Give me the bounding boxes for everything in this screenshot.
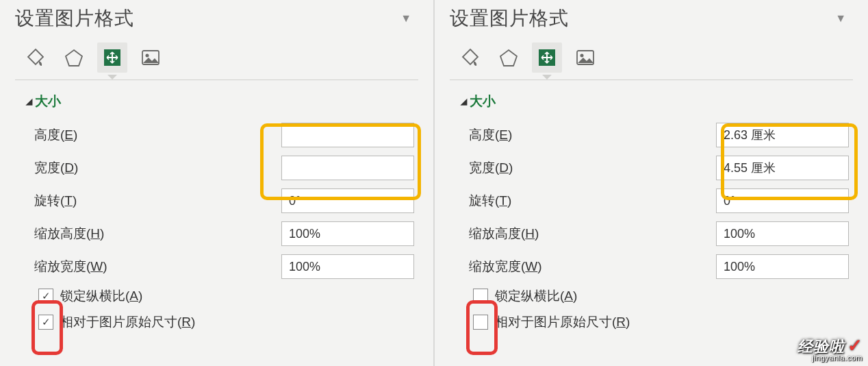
tab-effects-icon[interactable]	[494, 42, 524, 73]
rotation-field[interactable]	[717, 189, 868, 212]
svg-marker-4	[500, 50, 517, 66]
checkbox-relative-original[interactable]	[473, 315, 488, 330]
svg-point-3	[146, 54, 149, 58]
section-size-header[interactable]: ◢ 大小	[435, 80, 868, 119]
label-width: 宽度(D)	[34, 159, 185, 177]
section-collapse-icon: ◢	[461, 97, 467, 106]
tab-size-icon[interactable]	[532, 42, 562, 73]
input-height[interactable]: ▲▼	[281, 123, 414, 147]
label-height: 高度(E)	[469, 126, 620, 144]
label-scale-width: 缩放宽度(W)	[34, 258, 185, 276]
input-scale-width[interactable]: ▲▼	[716, 254, 849, 279]
scale-width-field[interactable]	[282, 255, 455, 278]
checkbox-lock-aspect[interactable]	[473, 289, 488, 304]
height-field[interactable]	[717, 123, 868, 147]
input-width[interactable]: ▲▼	[716, 156, 849, 180]
collapse-chevron[interactable]: ▼	[832, 10, 849, 27]
tab-fill-icon[interactable]	[21, 42, 51, 73]
tab-bar	[0, 33, 433, 73]
label-lock-aspect: 锁定纵横比(A)	[495, 287, 577, 305]
pane-title: 设置图片格式	[450, 5, 569, 32]
rotation-field[interactable]	[282, 189, 455, 212]
width-field[interactable]	[282, 156, 455, 180]
label-rotation: 旋转(T)	[469, 192, 620, 210]
input-scale-height[interactable]: ▲▼	[716, 221, 849, 246]
checkbox-lock-aspect[interactable]: ✓	[38, 289, 53, 304]
input-rotation[interactable]: ▲▼	[716, 188, 849, 213]
scale-width-field[interactable]	[717, 255, 868, 278]
collapse-chevron[interactable]: ▼	[398, 10, 414, 27]
input-width[interactable]: ▲▼	[281, 156, 414, 180]
pane-right: 设置图片格式 ▼ ◢ 大小 高度(E) ▲▼	[435, 0, 868, 366]
label-scale-height: 缩放高度(H)	[469, 225, 620, 243]
tab-bar	[435, 33, 868, 73]
label-lock-aspect: 锁定纵横比(A)	[60, 287, 142, 305]
input-rotation[interactable]: ▲▼	[281, 188, 414, 213]
height-field[interactable]	[282, 123, 455, 147]
input-scale-height[interactable]: ▲▼	[281, 221, 414, 246]
scale-height-field[interactable]	[717, 222, 868, 245]
label-relative-original: 相对于图片原始尺寸(R)	[60, 313, 195, 331]
label-rotation: 旋转(T)	[34, 192, 185, 210]
tab-picture-icon[interactable]	[136, 42, 166, 73]
checkbox-relative-original[interactable]: ✓	[38, 315, 53, 330]
tab-picture-icon[interactable]	[570, 42, 600, 73]
watermark: 经验啦✓ jingyanla.com	[797, 337, 863, 362]
label-width: 宽度(D)	[469, 159, 620, 177]
label-height: 高度(E)	[34, 126, 185, 144]
tab-effects-icon[interactable]	[59, 42, 89, 73]
input-scale-width[interactable]: ▲▼	[281, 254, 414, 279]
label-relative-original: 相对于图片原始尺寸(R)	[495, 313, 630, 331]
tab-fill-icon[interactable]	[455, 42, 485, 73]
scale-height-field[interactable]	[282, 222, 455, 245]
pane-left: 设置图片格式 ▼ ◢ 大小 高度(E) ▲▼	[0, 0, 435, 366]
svg-marker-0	[66, 50, 82, 66]
section-size-header[interactable]: ◢ 大小	[0, 80, 433, 119]
label-scale-height: 缩放高度(H)	[34, 225, 185, 243]
input-height[interactable]: ▲▼	[716, 123, 849, 147]
svg-point-7	[580, 54, 584, 58]
section-collapse-icon: ◢	[26, 97, 32, 106]
tab-size-icon[interactable]	[97, 42, 127, 73]
width-field[interactable]	[717, 156, 868, 180]
pane-title: 设置图片格式	[15, 5, 134, 32]
label-scale-width: 缩放宽度(W)	[469, 258, 620, 276]
